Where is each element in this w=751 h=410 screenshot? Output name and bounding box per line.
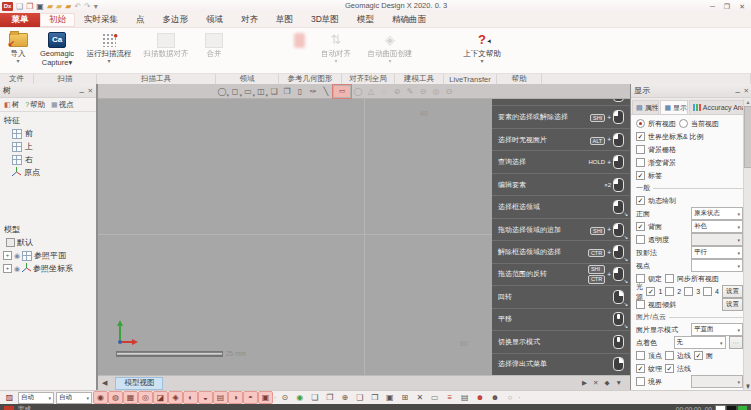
checkbox[interactable]: ✓ (694, 351, 703, 360)
checkbox[interactable] (703, 287, 712, 296)
radio-button[interactable] (636, 119, 645, 128)
red-list-icon[interactable]: ≡ (443, 392, 456, 403)
ribbon-tab-3D草图[interactable]: 3D草图 (302, 13, 348, 27)
settings-button[interactable]: 设置 (722, 298, 743, 311)
snap-mode-select[interactable]: 自动▾ (18, 392, 54, 404)
close-button[interactable]: ✕ (739, 1, 745, 12)
paint-tool-icon[interactable]: ✑ (307, 86, 319, 97)
tab-tree[interactable]: ◧树 (2, 100, 21, 110)
capture-screen-icon[interactable]: ❐ (281, 86, 293, 97)
panel-overflow-icon[interactable]: ▼ (745, 383, 751, 389)
filter-measurement-icon[interactable]: ▣ (259, 392, 272, 403)
close-icon[interactable]: ✕ (744, 87, 749, 95)
tab-accuracy[interactable]: Accuracy Analy... (689, 100, 751, 114)
visibility-icon[interactable]: ◉ (14, 265, 20, 273)
view-filter-toggle-icon[interactable]: ▨ (3, 392, 16, 403)
dropdown-select[interactable]: ▾ (691, 259, 743, 272)
filter-sketch-icon[interactable]: ◈ (169, 392, 182, 403)
tab-display[interactable]: ▦显示 (660, 100, 687, 114)
checkbox[interactable]: ✓ (646, 287, 655, 296)
maximize-button[interactable]: ❐ (724, 1, 730, 12)
dock-panel-icon[interactable]: ◆ (605, 379, 610, 387)
export-folder-icon[interactable]: ▰ (56, 2, 62, 11)
pick-mode-select[interactable]: 自动▾ (56, 392, 92, 404)
ribbon-tab-实时采集[interactable]: 实时采集 (75, 13, 127, 27)
zoom-fit-icon[interactable]: ⊙ (278, 392, 291, 403)
close-panel-icon[interactable]: ✕ (593, 379, 598, 387)
filter-point-cloud-icon[interactable]: ◉ (94, 392, 107, 403)
radio-button[interactable] (679, 119, 688, 128)
visibility-icon[interactable]: ◉ (14, 252, 20, 260)
tab-viewpoint[interactable]: ▦视点 (49, 100, 76, 110)
checkbox[interactable] (665, 287, 674, 296)
zoom-in-icon[interactable]: ⊕ (338, 392, 351, 403)
filter-ref-coordinate-icon[interactable]: ◓ (244, 392, 257, 403)
copy-screen-icon[interactable]: ❏ (268, 86, 280, 97)
more-panel-icon[interactable]: ▼ (616, 379, 622, 387)
import-folder-icon[interactable]: ▰ (47, 2, 53, 11)
filter-mesh-icon[interactable]: ◍ (109, 392, 122, 403)
filter-ref-plane-icon[interactable]: ▤ (214, 392, 227, 403)
ribbon-tab-对齐[interactable]: 对齐 (232, 13, 267, 27)
prev-view-arrow-icon[interactable]: ◀ (102, 379, 107, 387)
checkbox[interactable]: ✓ (636, 222, 645, 231)
checkbox[interactable] (636, 351, 645, 360)
tree-item-上[interactable]: 上 (0, 140, 96, 153)
checkbox[interactable]: ✓ (636, 196, 645, 205)
dropdown-select[interactable]: 平直面▾ (691, 323, 743, 336)
notes-icon[interactable]: ▤ (458, 392, 471, 403)
view-previous-icon[interactable]: ❏ (308, 392, 321, 403)
checkbox[interactable] (665, 274, 674, 283)
open-file-icon[interactable]: ❐ (26, 2, 33, 11)
dropdown-select[interactable]: 平行▾ (691, 246, 743, 259)
tab-properties[interactable]: ▤属性 (632, 100, 659, 114)
print-view-icon[interactable]: ❒ (368, 392, 381, 403)
dropdown-select[interactable]: 补色▾ (691, 220, 743, 233)
undo-icon[interactable]: ↶ (74, 2, 81, 11)
filter-ref-point-icon[interactable]: ◒ (199, 392, 212, 403)
checkbox[interactable]: ✓ (636, 132, 645, 141)
geomagic-capture-button[interactable]: CaGeomagicCapture▾ (34, 28, 80, 73)
menu-button[interactable]: 菜单 (0, 13, 40, 27)
dropdown-select[interactable]: 无▾ (674, 336, 726, 349)
checkbox[interactable] (6, 238, 15, 247)
rectangle-selection-icon[interactable]: ▭ (333, 85, 351, 98)
filter-surface-body-icon[interactable]: ◎ (139, 392, 152, 403)
viewport-layout-icon[interactable]: ▣ (383, 392, 396, 403)
filter-3d-sketch-icon[interactable]: ◐ (184, 392, 197, 403)
expand-icon[interactable]: + (3, 251, 12, 260)
tab-help[interactable]: ?帮助 (23, 100, 47, 110)
ribbon-tab-领域[interactable]: 领域 (197, 13, 232, 27)
save-icon[interactable]: ▣ (36, 2, 44, 11)
pin-icon[interactable]: ⚊ (79, 87, 85, 95)
split-window-icon[interactable]: ▯ (294, 86, 306, 97)
filter-region-icon[interactable]: ▦ (124, 392, 137, 403)
model-item-参照平面[interactable]: +◉参照平面 (0, 249, 96, 262)
new-file-icon[interactable]: ❏ (16, 2, 23, 11)
record-icon[interactable]: ○ (503, 392, 516, 403)
pin-icon[interactable]: ⚊ (735, 87, 741, 95)
checkbox[interactable] (665, 351, 674, 360)
checkbox[interactable] (636, 300, 645, 309)
redo-icon[interactable]: ↷ (84, 2, 91, 11)
measure-tool-icon[interactable]: ✕ (413, 392, 426, 403)
run-scan-process-button[interactable]: ●运行扫描流程▾ (80, 28, 138, 73)
ribbon-tab-模型[interactable]: 模型 (348, 13, 383, 27)
checkbox[interactable]: ✓ (665, 364, 674, 373)
ribbon-tab-精确曲面[interactable]: 精确曲面 (383, 13, 435, 27)
viewport-3d[interactable]: 40 60 25 mm 选择要素要素的选择或解除选择SHI+选择时无视面片ALT… (98, 84, 630, 390)
customize-quick-access-icon[interactable]: ▾ (94, 2, 98, 11)
snapshot-icon[interactable]: ❑ (353, 392, 366, 403)
zoom-area-icon[interactable]: ◉ (293, 392, 306, 403)
grid-toggle-icon[interactable]: ⊞ (398, 392, 411, 403)
plane-view-icon[interactable]: ▭▾ (242, 86, 254, 97)
checkbox[interactable] (636, 145, 645, 154)
app-logo[interactable]: Dx (2, 2, 13, 11)
session-user-icon[interactable]: ☻ (488, 392, 501, 403)
checkbox[interactable] (636, 158, 645, 167)
checkbox[interactable]: ✓ (636, 364, 645, 373)
context-help-button[interactable]: ?➤上下文帮助▾ (458, 28, 506, 73)
checkbox[interactable] (684, 287, 693, 296)
expand-panel-icon[interactable]: ▶ (582, 379, 587, 387)
model-item-参照坐标系[interactable]: +◉参照坐标系 (0, 262, 96, 275)
